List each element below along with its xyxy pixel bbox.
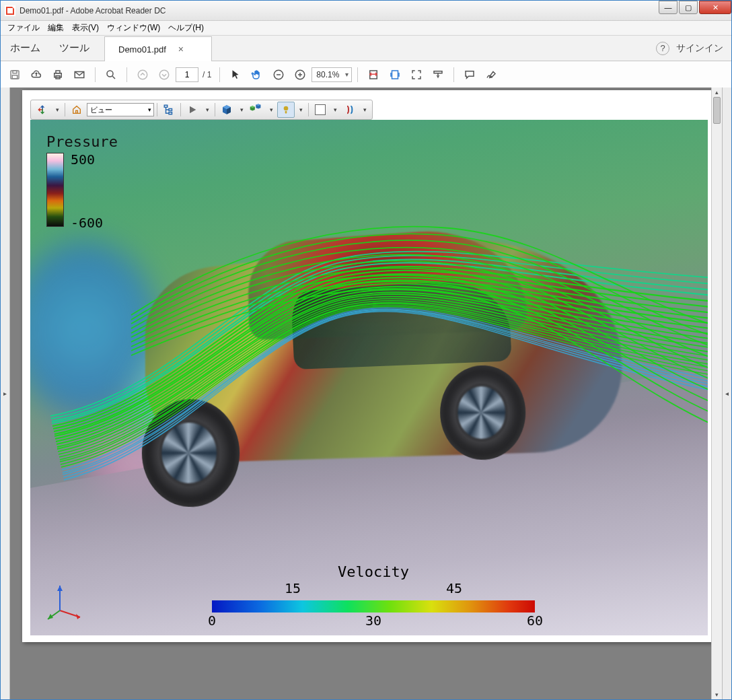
separator [95,67,96,82]
page-total-label: / 1 [203,70,211,79]
svg-rect-18 [164,105,168,107]
velocity-legend: Velocity 15 45 0 30 60 [198,563,548,627]
search-icon[interactable] [101,65,121,85]
zoom-value: 80.1% [316,70,339,79]
3d-bgcolor-dropdown[interactable]: ▾ [330,102,340,118]
svg-point-10 [138,70,147,79]
tab-tools[interactable]: ツール [50,42,99,55]
right-panel-toggle[interactable]: ◂ [722,88,731,699]
vertical-scrollbar[interactable]: ▴ ▾ [711,88,722,699]
3d-cubes-icon[interactable] [248,102,265,118]
sign-icon[interactable] [481,65,501,85]
window-controls: — ▢ ✕ [657,1,731,20]
comment-icon[interactable] [460,65,480,85]
pressure-legend: Pressure 500 -600 [46,133,118,227]
acrobat-app-icon [5,5,15,16]
svg-rect-19 [169,109,172,111]
help-icon[interactable]: ? [656,42,669,55]
axes-triad [46,580,87,621]
3d-cube-icon[interactable] [218,102,235,118]
zoom-in-icon[interactable] [290,65,310,85]
zoom-select[interactable]: 80.1% [312,67,352,82]
svg-point-9 [107,71,113,77]
velocity-tick: 30 [365,612,381,629]
page-up-icon[interactable] [133,65,153,85]
save-icon[interactable] [5,65,25,85]
menu-edit[interactable]: 編集 [44,21,68,35]
print-icon[interactable] [48,65,68,85]
3d-play-icon[interactable] [184,102,201,118]
tab-document[interactable]: Demo01.pdf × [104,36,212,61]
page-number-input[interactable] [176,67,198,82]
signin-link[interactable]: サインイン [676,42,723,55]
minimize-button[interactable]: — [659,1,678,14]
3d-section-icon[interactable] [341,102,359,118]
3d-lighting-icon[interactable] [277,102,295,118]
mail-icon[interactable] [69,65,89,85]
3d-rotate-dropdown[interactable]: ▾ [52,102,62,118]
3d-cube-dropdown[interactable]: ▾ [237,102,246,118]
velocity-tick: 60 [527,612,543,629]
pdf-page: ▾ ビュー ▾ ▾ ▾ ▾ ▾ ▾ [22,90,716,642]
velocity-title: Velocity [198,563,548,580]
velocity-tick: 45 [446,580,462,596]
hand-tool-icon[interactable] [247,65,267,85]
pressure-title: Pressure [46,133,118,150]
svg-rect-16 [434,71,442,73]
menu-window[interactable]: ウィンドウ(W) [103,21,164,35]
svg-rect-1 [7,8,13,13]
3d-rotate-icon[interactable] [34,102,51,118]
menubar: ファイル 編集 表示(V) ウィンドウ(W) ヘルプ(H) [1,21,731,36]
tab-home[interactable]: ホーム [1,42,50,55]
fullscreen-icon[interactable] [406,65,427,85]
3d-home-icon[interactable] [68,102,85,118]
3d-view-select[interactable]: ビュー [87,103,154,116]
3d-toolbar: ▾ ビュー ▾ ▾ ▾ ▾ ▾ ▾ [30,100,373,120]
svg-rect-20 [169,112,172,114]
separator [357,67,358,82]
cloud-icon[interactable] [26,65,46,85]
main-toolbar: / 1 80.1% [1,61,731,88]
menu-view[interactable]: 表示(V) [68,21,103,35]
svg-point-21 [284,106,289,111]
menu-file[interactable]: ファイル [3,21,44,35]
velocity-colorbar [212,600,535,612]
velocity-tick: 0 [208,612,216,629]
streamlines [30,120,708,635]
scrollbar-thumb[interactable] [713,97,721,124]
pressure-max: 500 [71,151,95,168]
3d-section-dropdown[interactable]: ▾ [360,102,369,118]
svg-rect-17 [76,110,78,113]
read-mode-icon[interactable] [428,65,448,85]
zoom-out-icon[interactable] [268,65,289,85]
separator [219,67,220,82]
svg-point-11 [159,70,169,79]
svg-rect-6 [56,71,60,73]
tab-document-label: Demo01.pdf [118,44,166,55]
svg-marker-27 [57,586,63,591]
fit-width-icon[interactable] [363,65,383,85]
3d-bgcolor-swatch[interactable] [312,102,329,118]
fit-page-icon[interactable] [385,65,405,85]
velocity-tick: 15 [285,580,301,596]
3d-model-tree-icon[interactable] [160,102,178,118]
page-down-icon[interactable] [154,65,174,85]
separator [453,67,454,82]
document-area: ▸ ▾ ビュー ▾ ▾ ▾ ▾ [1,88,731,699]
svg-rect-15 [392,71,398,79]
3d-lighting-dropdown[interactable]: ▾ [296,102,305,118]
3d-play-dropdown[interactable]: ▾ [203,102,212,118]
maximize-button[interactable]: ▢ [679,1,698,14]
svg-rect-4 [12,75,17,78]
select-tool-icon[interactable] [225,65,246,85]
close-button[interactable]: ✕ [699,1,731,14]
document-viewport[interactable]: ▾ ビュー ▾ ▾ ▾ ▾ ▾ ▾ [10,88,722,699]
svg-rect-3 [13,71,17,73]
menu-help[interactable]: ヘルプ(H) [164,21,208,35]
tabbar: ホーム ツール Demo01.pdf × ? サインイン [1,36,731,61]
left-panel-toggle[interactable]: ▸ [1,88,10,699]
tab-close-icon[interactable]: × [178,44,184,55]
separator [126,67,127,82]
3d-cubes-dropdown[interactable]: ▾ [266,102,276,118]
3d-simulation-view[interactable]: Pressure 500 -600 Velocity 15 45 [30,120,708,635]
